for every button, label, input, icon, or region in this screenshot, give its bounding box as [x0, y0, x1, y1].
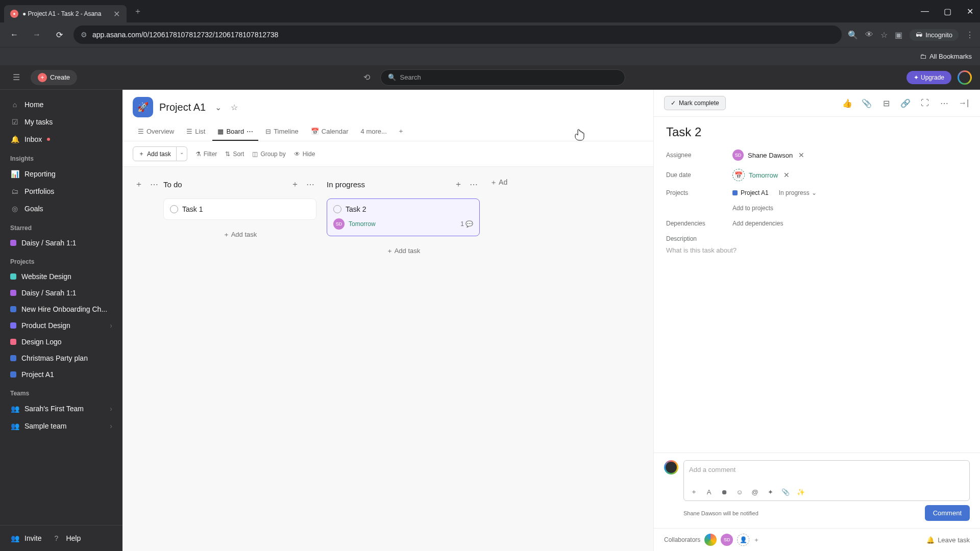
add-section-button[interactable]: ＋ Ad	[490, 175, 521, 190]
sidebar-item-reporting[interactable]: 📊 Reporting	[0, 165, 122, 183]
chevron-right-icon[interactable]: ›	[110, 405, 112, 413]
add-column-icon[interactable]: ＋	[133, 178, 145, 190]
task-title[interactable]: Task 2	[666, 125, 968, 139]
project-icon[interactable]: 🚀	[133, 97, 153, 117]
visibility-off-icon[interactable]: 👁	[865, 30, 873, 39]
tab-timeline[interactable]: ⊟Timeline	[260, 122, 304, 141]
create-button[interactable]: + Create	[31, 70, 77, 85]
board[interactable]: ＋⋯To do＋⋯Task 1＋ Add taskIn progress＋⋯Ta…	[122, 167, 653, 551]
project-status-dropdown[interactable]: In progress ⌄	[779, 189, 817, 196]
description-input[interactable]: What is this task about?	[666, 246, 968, 308]
chevron-right-icon[interactable]: ›	[110, 422, 112, 430]
user-avatar[interactable]	[958, 70, 972, 85]
sidebar-item-project-2[interactable]: New Hire Onboarding Ch...	[0, 301, 122, 317]
fullscreen-icon[interactable]: ⛶	[919, 97, 931, 109]
remove-due-icon[interactable]: ✕	[782, 170, 791, 180]
sidebar-item-team-1[interactable]: 👥Sample team›	[0, 417, 122, 435]
complete-toggle-icon[interactable]	[333, 205, 341, 213]
tab-calendar[interactable]: 📅Calendar	[306, 122, 354, 141]
complete-toggle-icon[interactable]	[170, 205, 178, 213]
add-task-button[interactable]: ＋ Add task	[133, 146, 177, 161]
collaborator-avatar-2[interactable]: SD	[721, 534, 733, 546]
emoji-icon[interactable]: ☺	[735, 487, 744, 496]
task-card[interactable]: Task 1	[163, 198, 316, 220]
add-icon[interactable]: ＋	[689, 487, 698, 496]
column-title[interactable]: To do	[163, 180, 182, 189]
add-task-ghost-button[interactable]: ＋ Add task	[163, 225, 316, 244]
comment-button[interactable]: Comment	[925, 505, 970, 521]
task-card[interactable]: Task 2SDTomorrow1 💬	[327, 198, 480, 236]
browser-menu-icon[interactable]: ⋮	[966, 30, 974, 40]
hamburger-menu-button[interactable]: ☰	[8, 69, 24, 86]
collaborator-plus-icon[interactable]: ＋	[753, 536, 760, 544]
invite-button[interactable]: 👥 Invite	[10, 532, 41, 545]
sidebar-item-project-6[interactable]: Project A1	[0, 366, 122, 383]
nav-back-button[interactable]: ←	[6, 27, 22, 43]
star-icon[interactable]: ✦	[766, 487, 775, 496]
attachment-icon[interactable]: 📎	[861, 97, 873, 109]
side-panel-icon[interactable]: ▣	[895, 30, 902, 40]
add-card-icon[interactable]: ＋	[452, 178, 464, 190]
record-icon[interactable]: ⏺	[720, 487, 729, 496]
link-icon[interactable]: 🔗	[899, 97, 912, 109]
column-more-icon[interactable]: ⋯	[304, 178, 316, 190]
add-card-icon[interactable]: ＋	[289, 178, 301, 190]
ai-icon[interactable]: ✨	[796, 487, 805, 496]
add-task-ghost-button[interactable]: ＋ Add task	[327, 241, 480, 261]
browser-tab[interactable]: ● ● Project A1 - Task 2 - Asana ✕	[4, 5, 127, 22]
sidebar-item-project-1[interactable]: Daisy / Sarah 1:1	[0, 285, 122, 301]
tab-add-button[interactable]: ＋	[394, 122, 408, 141]
groupby-button[interactable]: ◫Group by	[252, 151, 285, 158]
tab-more[interactable]: 4 more...	[356, 122, 392, 141]
add-task-dropdown[interactable]: ⌄	[177, 146, 187, 161]
more-icon[interactable]: ⋯	[938, 97, 950, 109]
search-icon[interactable]: 🔍	[848, 30, 858, 40]
history-button[interactable]: ⟲	[359, 69, 375, 86]
mention-icon[interactable]: @	[750, 487, 760, 496]
upgrade-button[interactable]: ✦ Upgrade	[906, 71, 951, 84]
all-bookmarks-button[interactable]: 🗀 All Bookmarks	[920, 53, 972, 60]
sidebar-item-portfolios[interactable]: 🗂 Portfolios	[0, 183, 122, 200]
nav-reload-button[interactable]: ⟳	[51, 27, 67, 43]
sidebar-item-mytasks[interactable]: ☑ My tasks	[0, 113, 122, 131]
format-icon[interactable]: A	[704, 487, 714, 496]
column-more-icon[interactable]: ⋯	[148, 178, 160, 190]
due-date-pill[interactable]: 📅 Tomorrow	[732, 169, 778, 181]
sidebar-item-project-3[interactable]: Product Design›	[0, 317, 122, 334]
tab-more-icon[interactable]: ⋯	[247, 128, 253, 135]
sidebar-item-project-5[interactable]: Christmas Party plan	[0, 350, 122, 366]
window-minimize-icon[interactable]: —	[919, 5, 931, 17]
sidebar-item-starred-0[interactable]: Daisy / Sarah 1:1	[0, 235, 122, 251]
incognito-badge[interactable]: 🕶 Incognito	[910, 29, 959, 41]
chevron-down-icon[interactable]: ⌄	[212, 101, 224, 113]
project-name[interactable]: Project A1	[159, 102, 206, 113]
sort-button[interactable]: ⇅Sort	[225, 151, 244, 158]
star-icon[interactable]: ☆	[228, 101, 240, 113]
sidebar-item-goals[interactable]: ◎ Goals	[0, 200, 122, 217]
window-maximize-icon[interactable]: ▢	[941, 5, 953, 17]
tab-board[interactable]: ▦Board⋯	[212, 122, 258, 141]
sidebar-item-inbox[interactable]: 🔔 Inbox	[0, 131, 122, 148]
sidebar-item-team-0[interactable]: 👥Sarah's First Team›	[0, 400, 122, 417]
leave-task-button[interactable]: 🔔 Leave task	[926, 536, 970, 544]
new-tab-button[interactable]: ＋	[131, 4, 145, 18]
window-close-icon[interactable]: ✕	[964, 5, 976, 17]
column-title[interactable]: In progress	[327, 180, 365, 189]
collaborator-avatar-1[interactable]	[704, 534, 717, 546]
chevron-right-icon[interactable]: ›	[110, 321, 112, 330]
url-input[interactable]: ⚙ app.asana.com/0/1206178107812732/12061…	[74, 26, 842, 44]
sidebar-item-project-4[interactable]: Design Logo	[0, 334, 122, 350]
search-input[interactable]: 🔍 Search	[380, 69, 625, 86]
tab-list[interactable]: ☰List	[181, 122, 210, 141]
hide-button[interactable]: 👁Hide	[294, 151, 315, 158]
assignee-pill[interactable]: SD Shane Dawson	[732, 149, 793, 161]
add-to-projects-link[interactable]: Add to projects	[732, 205, 773, 212]
sidebar-item-project-0[interactable]: Website Design	[0, 268, 122, 285]
tab-overview[interactable]: ☰Overview	[133, 122, 179, 141]
site-settings-icon[interactable]: ⚙	[81, 31, 87, 39]
nav-forward-button[interactable]: →	[29, 27, 45, 43]
bookmark-star-icon[interactable]: ☆	[880, 30, 888, 40]
comment-input[interactable]: Add a comment ＋ A ⏺ ☺ @ ✦ 📎	[683, 460, 970, 501]
project-chip[interactable]: Project A1	[732, 189, 769, 196]
close-panel-icon[interactable]: →|	[958, 97, 970, 109]
